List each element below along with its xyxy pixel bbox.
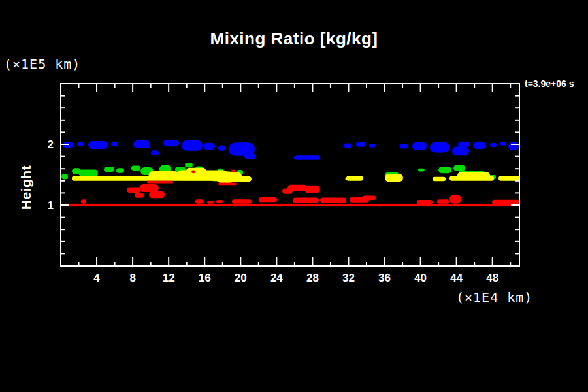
contour-blob-blue [430, 142, 449, 153]
contour-blob-blue [294, 155, 320, 160]
contour-blob-blue [244, 154, 256, 159]
contour-blob-red [81, 199, 86, 204]
contour-blob-blue [356, 142, 365, 146]
x-tick-label: 16 [199, 272, 211, 284]
contour-blob-blue [400, 144, 408, 148]
contour-blob-blue [77, 142, 84, 147]
contour-blob-green [61, 174, 68, 179]
contour-blob-yellow [149, 171, 178, 180]
contour-blob-red [417, 200, 433, 204]
contour-blob-blue [508, 142, 519, 150]
plot-area: 481216202428323640444812 [0, 0, 588, 392]
contour-blob-red [259, 197, 277, 202]
plot-frame [61, 84, 519, 266]
contour-blob-blue [218, 145, 226, 150]
contour-blob-green [116, 168, 124, 172]
contour-blob-green [131, 166, 140, 171]
contour-blob-yellow [457, 172, 490, 178]
contour-blob-red [191, 171, 195, 174]
contour-blob-yellow [433, 177, 446, 182]
contour-blob-red [139, 184, 159, 192]
x-tick-label: 20 [235, 272, 247, 284]
contour-blob-red [232, 199, 252, 204]
contour-blob-blue [111, 142, 118, 147]
y-tick-label: 2 [48, 139, 54, 151]
contour-blob-green [453, 165, 465, 171]
contour-blob-red [207, 201, 214, 204]
contour-blob-yellow [232, 176, 252, 182]
x-tick-label: 24 [270, 272, 283, 284]
contour-blob-red [363, 196, 376, 201]
x-tick-label: 48 [486, 272, 498, 284]
contour-blob-yellow [186, 168, 206, 173]
contour-blob-yellow [346, 176, 363, 180]
contour-layer-line-red [61, 204, 519, 206]
contour-blob-blue [163, 140, 179, 146]
contour-blob-blue [490, 143, 497, 148]
x-tick-label: 12 [163, 272, 175, 284]
contour-blob-yellow [498, 176, 519, 180]
x-tick-label: 44 [450, 272, 463, 284]
x-tick-label: 36 [378, 272, 391, 284]
contour-blob-red [127, 188, 141, 193]
chart-canvas: Mixing Ratio [kg/kg] (×1E5 km) t=3.9e+06… [0, 0, 588, 392]
contour-blob-red [320, 197, 346, 203]
contour-blob-green [78, 170, 98, 176]
contour-blob-green [185, 163, 193, 167]
contour-blob-blue [369, 144, 376, 148]
x-tick-label: 28 [306, 272, 319, 284]
contour-blob-red [147, 181, 173, 184]
contour-blob-red [282, 188, 293, 193]
x-tick-label: 32 [342, 272, 355, 284]
contour-blob-blue [473, 142, 486, 149]
contour-blob-red [216, 200, 223, 203]
contour-blob-red [135, 193, 144, 197]
x-tick-label: 8 [129, 272, 135, 284]
contour-blob-blue [151, 150, 159, 155]
x-axis-unit-label: (×1E4 km) [456, 289, 532, 305]
contour-blob-green [418, 169, 425, 172]
contour-blob-yellow [216, 171, 235, 183]
contour-blob-blue [500, 142, 506, 146]
contour-blob-red [195, 199, 203, 204]
contour-blob-blue [344, 144, 351, 148]
contour-blob-green [104, 167, 114, 172]
y-tick-label: 1 [48, 199, 54, 212]
x-tick-label: 4 [93, 272, 100, 284]
contour-blob-red [437, 199, 449, 204]
contour-blob-red [304, 186, 320, 193]
contour-blob-blue [88, 141, 108, 149]
contour-blob-red [231, 170, 235, 173]
contour-blob-green [438, 167, 451, 173]
contour-blob-blue [182, 140, 203, 151]
contour-blob-blue [452, 146, 469, 155]
contour-blob-yellow [385, 174, 403, 182]
contour-blob-red [149, 191, 165, 198]
contour-blob-blue [458, 142, 470, 147]
contour-blob-red [449, 195, 461, 204]
x-tick-label: 40 [414, 272, 427, 284]
contour-blob-red [218, 183, 237, 186]
contour-blob-red [293, 197, 319, 203]
contour-blob-blue [203, 143, 215, 150]
contour-blob-blue [133, 140, 150, 148]
contour-blob-blue [412, 142, 427, 150]
